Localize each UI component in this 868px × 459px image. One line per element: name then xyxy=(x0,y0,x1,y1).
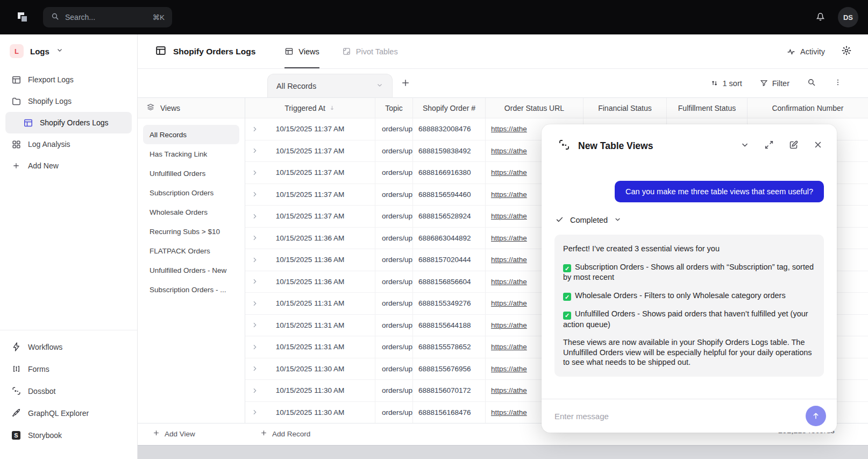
row-expand-chevron-icon[interactable] xyxy=(251,365,259,373)
chat-panel: New Table Views Can you make me three ta… xyxy=(542,124,837,433)
order-status-link[interactable]: https://athe xyxy=(491,299,527,307)
chat-expand-icon[interactable] xyxy=(764,140,774,152)
table-search-icon[interactable] xyxy=(807,77,816,89)
sidebar-item-shopify-orders-logs[interactable]: Shopify Orders Logs xyxy=(5,112,132,133)
settings-gear-icon[interactable] xyxy=(841,45,852,58)
sidebar-item-workflows[interactable]: Workflows xyxy=(5,336,132,358)
cell-order-number: 6888832008476 xyxy=(413,118,486,140)
chevron-down-icon[interactable] xyxy=(376,81,383,90)
column-header-fulfillment-status[interactable]: Fulfillment Status xyxy=(667,98,748,118)
sidebar-item-graphql-explorer[interactable]: GraphQL Explorer xyxy=(5,402,132,424)
view-item-flatpack-orders[interactable]: FLATPACK Orders xyxy=(143,241,239,260)
notifications-bell-icon[interactable] xyxy=(815,11,826,24)
order-status-link[interactable]: https://athe xyxy=(491,256,527,264)
plus-icon xyxy=(260,429,268,439)
sidebar-item-storybook[interactable]: SStorybook xyxy=(5,424,132,446)
view-item-unfulfilled-orders-new[interactable]: Unfulfilled Orders - New xyxy=(143,260,239,280)
row-expand-chevron-icon[interactable] xyxy=(251,321,259,329)
chat-collapse-chevron-icon[interactable] xyxy=(740,140,750,152)
column-header-financial-status[interactable]: Financial Status xyxy=(584,98,667,118)
row-expand-chevron-icon[interactable] xyxy=(251,147,259,155)
cell-topic: orders/up xyxy=(375,336,413,358)
cell-order-number: 6888156856604 xyxy=(413,271,486,293)
order-status-link[interactable]: https://athe xyxy=(491,168,527,176)
order-status-link[interactable]: https://athe xyxy=(491,125,527,133)
row-expand-chevron-icon[interactable] xyxy=(251,299,259,307)
view-item-has-tracking-link[interactable]: Has Tracking Link xyxy=(143,144,239,164)
add-view-button[interactable]: Add View xyxy=(152,429,195,439)
column-header-order-status-url[interactable]: Order Status URL xyxy=(486,98,584,118)
app-logo-icon[interactable] xyxy=(16,11,29,24)
sidebar-item-forms[interactable]: Forms xyxy=(5,358,132,380)
view-item-all-records[interactable]: All Records xyxy=(143,125,239,144)
active-view-tab[interactable]: All Records xyxy=(267,74,393,97)
page-title: Shopify Orders Logs xyxy=(173,47,255,57)
sidebar-item-log-analysis[interactable]: Log Analysis xyxy=(5,133,132,155)
row-expand-chevron-icon[interactable] xyxy=(251,168,259,176)
chat-status-row[interactable]: Completed xyxy=(555,215,622,225)
row-expand-chevron-icon[interactable] xyxy=(251,190,259,199)
row-expand-chevron-icon[interactable] xyxy=(251,408,259,416)
sort-button[interactable]: 1 sort xyxy=(710,79,742,88)
chat-message-input[interactable]: Enter message xyxy=(554,412,609,421)
row-expand-chevron-icon[interactable] xyxy=(251,343,259,351)
view-item-subscription-orders[interactable]: Subscription Orders - ... xyxy=(143,280,239,299)
row-expand-chevron-icon[interactable] xyxy=(251,386,259,394)
column-header-shopify-order[interactable]: Shopify Order # xyxy=(413,98,486,118)
chevron-down-icon xyxy=(614,215,622,225)
order-status-link[interactable]: https://athe xyxy=(491,386,527,394)
more-options-kebab-icon[interactable] xyxy=(834,78,842,88)
row-expand-chevron-icon[interactable] xyxy=(251,125,259,133)
order-status-link[interactable]: https://athe xyxy=(491,190,527,199)
view-item-recurring-subs-10[interactable]: Recurring Subs > $10 xyxy=(143,222,239,241)
row-expand-chevron-icon[interactable] xyxy=(251,234,259,242)
order-status-link[interactable]: https://athe xyxy=(491,147,527,155)
order-status-link[interactable]: https://athe xyxy=(491,408,527,416)
view-item-subscription-orders[interactable]: Subscription Orders xyxy=(143,183,239,202)
chat-new-conversation-icon[interactable] xyxy=(788,140,799,152)
row-expand-chevron-icon[interactable] xyxy=(251,278,259,286)
cell-triggered-at: 10/15/2025 11:37 AM xyxy=(245,118,375,140)
filter-button[interactable]: Filter xyxy=(759,79,789,88)
cell-topic: orders/up xyxy=(375,271,413,293)
row-expand-chevron-icon[interactable] xyxy=(251,212,259,220)
tab-pivot-tables[interactable]: Pivot Tables xyxy=(342,34,398,68)
plus-icon xyxy=(11,161,22,170)
column-header-confirmation-number[interactable]: Confirmation Number xyxy=(748,98,868,118)
view-item-unfulfilled-orders[interactable]: Unfulfilled Orders xyxy=(143,164,239,183)
workspace-name: Logs xyxy=(30,47,49,56)
chat-close-icon[interactable] xyxy=(813,140,823,152)
search-input[interactable]: Search... ⌘K xyxy=(43,7,172,27)
sidebar-item-flexport-logs[interactable]: Flexport Logs xyxy=(5,69,132,90)
sort-arrows-icon xyxy=(710,79,719,88)
row-expand-chevron-icon[interactable] xyxy=(251,256,259,264)
add-record-button[interactable]: Add Record xyxy=(260,429,310,439)
cell-topic: orders/up xyxy=(375,162,413,183)
view-item-wholesale-orders[interactable]: Wholesale Orders xyxy=(143,202,239,222)
cell-triggered-at: 10/15/2025 11:37 AM xyxy=(245,140,375,162)
sidebar-item-add-new[interactable]: Add New xyxy=(5,155,132,176)
send-message-button[interactable] xyxy=(806,406,826,426)
add-view-tab-button[interactable] xyxy=(400,77,411,90)
order-status-link[interactable]: https://athe xyxy=(491,278,527,286)
assistant-view-item: ✓Wholesale Orders - Filters to only Whol… xyxy=(563,291,815,301)
horizontal-scrollbar[interactable] xyxy=(138,445,868,459)
order-status-link[interactable]: https://athe xyxy=(491,365,527,373)
column-header-triggered-at[interactable]: Triggered At xyxy=(245,98,375,118)
cell-topic: orders/up xyxy=(375,293,413,314)
search-shortcut: ⌘K xyxy=(152,13,165,22)
order-status-link[interactable]: https://athe xyxy=(491,321,527,329)
order-status-link[interactable]: https://athe xyxy=(491,343,527,351)
order-status-link[interactable]: https://athe xyxy=(491,234,527,242)
column-header-topic[interactable]: Topic xyxy=(375,98,413,118)
sidebar-item-dossbot[interactable]: Dossbot xyxy=(5,380,132,402)
workspace-switcher[interactable]: L Logs xyxy=(0,34,137,62)
cell-topic: orders/up xyxy=(375,184,413,206)
assistant-message-bubble: Perfect! I’ve created 3 essential views … xyxy=(554,235,824,377)
avatar[interactable]: DS xyxy=(838,7,858,27)
activity-button[interactable]: Activity xyxy=(786,47,825,57)
cell-triggered-at: 10/15/2025 11:37 AM xyxy=(245,206,375,227)
order-status-link[interactable]: https://athe xyxy=(491,212,527,220)
tab-views[interactable]: Views xyxy=(284,34,319,68)
sidebar-item-shopify-logs[interactable]: Shopify Logs xyxy=(5,90,132,112)
